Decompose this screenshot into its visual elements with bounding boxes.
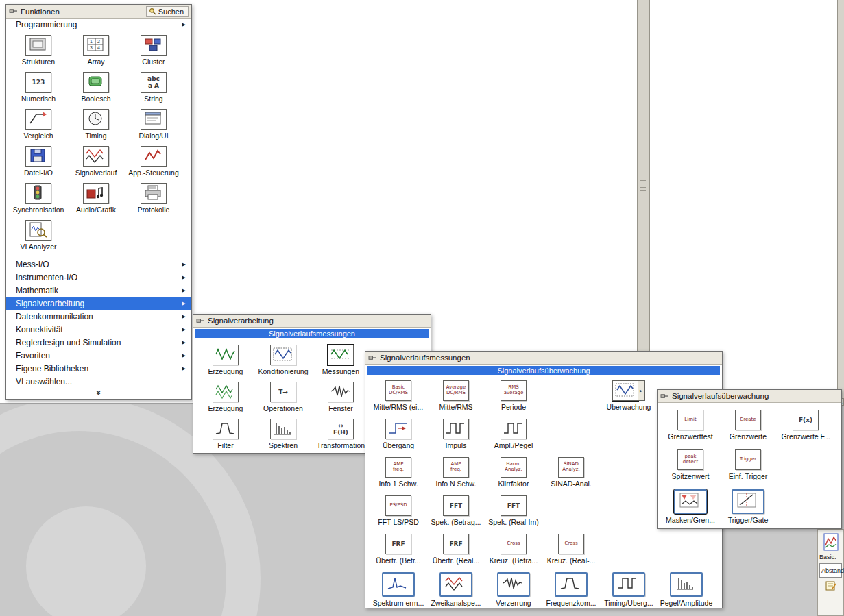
category-row[interactable]: Reglerdesign und Simulation ▶ xyxy=(6,336,191,349)
item-icon-glyph: FRF xyxy=(449,541,462,547)
palette-item[interactable]: ▶ Protokolle xyxy=(125,180,182,217)
category-menu: Mess-I/O ▶ Instrumenten-I/O ▶ Mathematik… xyxy=(6,258,191,388)
pane-splitter[interactable] xyxy=(637,0,650,403)
category-row[interactable]: Signalverarbeitung ▶ xyxy=(6,297,191,310)
palette-item[interactable]: ▶ Spektrum erm... xyxy=(370,569,427,608)
category-row[interactable]: Eigene Bibliotheken ▶ xyxy=(6,362,191,375)
item-icon-graphic xyxy=(272,346,293,362)
category-label: Programmierung xyxy=(16,20,77,29)
palette-item[interactable]: ▶ Erzeugung xyxy=(197,341,254,378)
palette-item[interactable]: ▶ App.-Steuerung xyxy=(125,143,182,180)
palette-item[interactable]: Create ▶ Grenzwerte xyxy=(719,406,777,446)
category-row[interactable]: Konnektivität ▶ xyxy=(6,323,191,336)
palette-item[interactable]: ▶ Boolesch xyxy=(67,69,125,106)
palette-item[interactable]: ▶ Masken/Gren... xyxy=(662,486,719,526)
palette-item[interactable]: ▶ Signalverlauf xyxy=(67,143,125,180)
graph-palette-icon[interactable] xyxy=(823,533,839,551)
splitter-grip[interactable] xyxy=(640,177,646,191)
palette-item[interactable]: FRF ▶ Übertr. (Betr... xyxy=(370,530,427,569)
palette-item[interactable]: ▶ Datei-I/O xyxy=(10,143,67,180)
pin-icon[interactable] xyxy=(9,8,18,15)
palette-item[interactable]: ▶ Array xyxy=(67,32,125,69)
palette-item[interactable]: ▶ Überwachung xyxy=(600,377,658,415)
expand-palette-chevron[interactable]: » xyxy=(6,388,191,397)
palette-item-icon: Limit ▶ xyxy=(677,410,703,430)
category-row[interactable]: VI auswählen... ▶ xyxy=(6,375,191,388)
category-label: Signalverarbeitung xyxy=(16,299,84,308)
item-icon-graphic xyxy=(329,383,351,399)
palette-item[interactable]: Limit ▶ Grenzwerttest xyxy=(662,406,719,446)
palette-item[interactable]: ▶ Timing xyxy=(67,106,125,143)
palette-item[interactable]: ▶ Messungen xyxy=(312,341,370,378)
palette-item[interactable]: ▶ VI Analyzer xyxy=(10,217,67,254)
signalverlaufsueberwachung-titlebar[interactable]: Signalverlaufsüberwachung xyxy=(658,390,841,403)
palette-item[interactable]: SINAD Analyz. ▶ SINAD-Anal. xyxy=(542,454,600,492)
category-row[interactable]: Mathematik ▶ xyxy=(6,284,191,297)
category-row[interactable]: Datenkommunikation ▶ xyxy=(6,310,191,323)
palette-item[interactable]: ↔ F(H) ▶ Transformation xyxy=(312,415,370,452)
palette-item[interactable]: ▶ Synchronisation xyxy=(10,180,67,217)
palette-item[interactable]: 123 ▶ Numerisch xyxy=(10,69,67,106)
palette-item[interactable]: ▶ Frequenzkom... xyxy=(542,569,600,608)
signalverlaufsmessungen-titlebar[interactable]: Signalverlaufsmessungen xyxy=(365,352,722,365)
palette-item[interactable]: Cross ▶ Kreuz. (Real-... xyxy=(542,530,600,569)
vertical-scrollbar[interactable] xyxy=(837,0,844,406)
category-row[interactable]: Mess-I/O ▶ xyxy=(6,258,191,271)
palette-item[interactable]: Basic DC/RMS ▶ Mitte/RMS (ei... xyxy=(370,377,427,415)
category-row[interactable]: Instrumenten-I/O ▶ xyxy=(6,271,191,284)
palette-item-label: Strukturen xyxy=(22,58,55,66)
item-icon-graphic xyxy=(444,575,466,591)
palette-item[interactable]: AMP freq. ▶ Info N Schw. xyxy=(427,454,485,492)
selected-subpalette-row[interactable]: Signalverlaufsmessungen xyxy=(195,329,429,338)
palette-item[interactable]: peak detect ▶ Spitzenwert xyxy=(662,446,719,486)
pin-icon[interactable] xyxy=(368,354,377,362)
palette-item[interactable]: Average DC/RMS ▶ Mitte/RMS xyxy=(427,377,485,415)
search-button[interactable]: Suchen xyxy=(146,6,189,17)
palette-item[interactable]: ▶ Pegel/Amplitude xyxy=(658,569,715,608)
pin-icon[interactable] xyxy=(660,393,669,400)
palette-item[interactable]: AMP freq. ▶ Info 1 Schw. xyxy=(370,454,427,492)
funktionen-titlebar[interactable]: Funktionen Suchen xyxy=(6,5,191,19)
palette-item[interactable]: ▶ Ampl./Pegel xyxy=(485,415,542,454)
palette-item[interactable]: Harm. Analyz. ▶ Klirrfaktor xyxy=(485,454,542,492)
palette-item[interactable]: PS/PSD ▶ FFT-LS/PSD xyxy=(370,492,427,530)
palette-item[interactable]: F(x) ▶ Grenzwerte F... xyxy=(777,406,834,446)
palette-item[interactable]: ▶ Konditionierung xyxy=(254,341,312,378)
palette-item[interactable]: ▶ Strukturen xyxy=(10,32,67,69)
palette-item[interactable]: ▶ Dialog/UI xyxy=(125,106,182,143)
palette-item[interactable]: ▶ Erzeugung xyxy=(197,378,254,415)
palette-item[interactable]: ▶ Zweikanalspe... xyxy=(427,569,485,608)
palette-item[interactable]: ▶ Impuls xyxy=(427,415,485,454)
pin-icon[interactable] xyxy=(196,317,205,325)
palette-item-icon: ▶ xyxy=(443,419,469,439)
palette-item-icon: ▶ xyxy=(501,419,527,439)
palette-item[interactable]: ▶ Trigger/Gate xyxy=(719,486,777,526)
category-row[interactable]: Favoriten ▶ xyxy=(6,349,191,362)
palette-item[interactable]: FFT ▶ Spek. (Real-Im) xyxy=(485,492,542,530)
palette-item[interactable]: ▶ Übergang xyxy=(370,415,427,454)
palette-item[interactable]: ▶ Cluster xyxy=(125,32,182,69)
palette-item[interactable]: T→ ▶ Operationen xyxy=(254,378,312,415)
palette-item[interactable]: Cross ▶ Kreuz. (Betra... xyxy=(485,530,542,569)
palette-item[interactable]: FRF ▶ Übertr. (Real... xyxy=(427,530,485,569)
palette-item[interactable]: RMS average ▶ Periode xyxy=(485,377,542,415)
palette-item[interactable]: ▶ Fenster xyxy=(312,378,370,415)
selected-subpalette-row[interactable]: Signalverlaufsüberwachung xyxy=(367,366,720,375)
palette-item[interactable]: ▶ Audio/Grafik xyxy=(67,180,125,217)
palette-item[interactable]: Trigger ▶ Einf. Trigger xyxy=(719,446,777,486)
palette-item[interactable]: FFT ▶ Spek. (Betrag... xyxy=(427,492,485,530)
palette-item-icon: ▶ xyxy=(83,109,109,130)
item-icon-glyph: Harm. Analyz. xyxy=(505,462,522,473)
palette-item-label: Verzerrung xyxy=(496,599,531,607)
item-icon-glyph: T→ xyxy=(278,389,288,395)
palette-item[interactable]: abc a A ▶ String xyxy=(125,69,182,106)
notebook-icon[interactable] xyxy=(825,580,836,591)
category-row-programmierung[interactable]: Programmierung ▶ xyxy=(6,19,191,30)
abstand-field[interactable]: Abstand xyxy=(819,563,842,578)
palette-item[interactable]: ▶ Verzerrung xyxy=(485,569,542,608)
signalverarbeitung-titlebar[interactable]: Signalverarbeitung xyxy=(193,315,431,328)
palette-item[interactable]: ▶ Filter xyxy=(197,415,254,452)
palette-item[interactable]: ▶ Timing/Überg... xyxy=(600,569,658,608)
palette-item[interactable]: ▶ Vergleich xyxy=(10,106,67,143)
palette-item[interactable]: ▶ Spektren xyxy=(254,415,312,452)
